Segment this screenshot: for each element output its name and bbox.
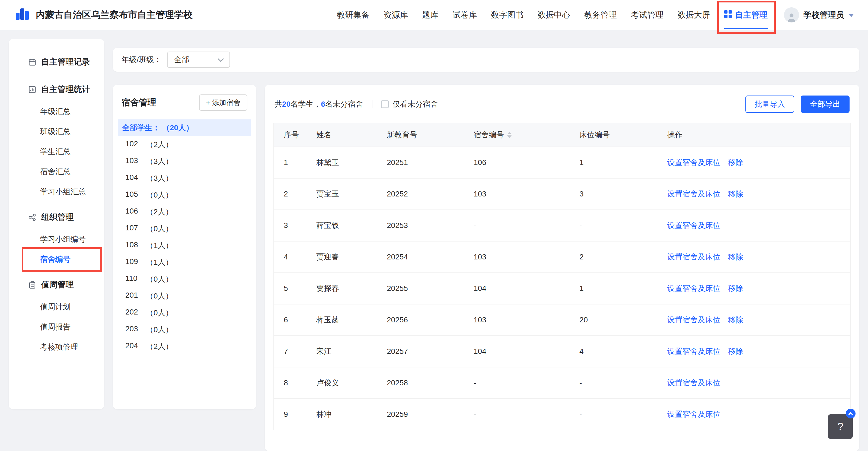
remove-link[interactable]: 移除 [728,157,743,168]
top-nav-item-label: 数字图书 [491,9,524,21]
top-nav-item[interactable]: 题库 [422,9,438,21]
column-header: 序号 [284,130,316,140]
dorm-list-item[interactable]: 104（3人） [118,170,251,187]
top-nav-item[interactable]: 资源库 [383,9,408,21]
top-nav-item[interactable]: 教务管理 [584,9,617,21]
set-dorm-bed-link[interactable]: 设置宿舍及床位 [667,378,720,388]
top-nav-item[interactable]: 考试管理 [631,9,663,21]
dorm-list-item[interactable]: 204（2人） [118,338,251,355]
sidebar-item[interactable]: 自主管理记录 [9,50,104,74]
remove-link[interactable]: 移除 [728,252,743,262]
set-dorm-bed-link[interactable]: 设置宿舍及床位 [667,189,720,199]
sidebar-item[interactable]: 自主管理统计 [9,77,104,101]
top-nav-item[interactable]: 试卷库 [453,9,477,21]
help-label: ? [837,421,843,433]
sidebar-subitem[interactable]: 宿舍编号 [9,249,104,269]
remove-link[interactable]: 移除 [728,283,743,294]
sidebar-subitem[interactable]: 年级汇总 [9,101,104,122]
sidebar-subitem[interactable]: 学习小组编号 [9,229,104,249]
cell-edu-no: 20254 [387,253,474,261]
set-dorm-bed-link[interactable]: 设置宿舍及床位 [667,315,720,325]
sidebar-subitem[interactable]: 考核项管理 [9,337,104,357]
top-nav-item-label: 资源库 [383,9,408,21]
cell-bed: 1 [579,284,667,293]
sidebar-subitem[interactable]: 学习小组汇总 [9,182,104,202]
cell-dorm: 104 [474,347,579,356]
set-dorm-bed-link[interactable]: 设置宿舍及床位 [667,157,720,168]
dorm-list-item[interactable]: 106（2人） [118,204,251,220]
sidebar-subitem[interactable]: 班级汇总 [9,122,104,142]
top-nav-item-label: 教研集备 [337,9,369,21]
dorm-count: （1人） [146,240,173,251]
cell-bed: 2 [579,253,667,261]
unassigned-only-checkbox[interactable]: 仅看未分宿舍 [381,99,438,109]
grade-class-select[interactable]: 全部 [167,52,230,68]
sidebar-subitem[interactable]: 学生汇总 [9,142,104,162]
brand: 内蒙古自治区乌兰察布市自主管理学校 [14,6,193,24]
top-nav-item[interactable]: 数据中心 [538,9,570,21]
cell-name: 卢俊义 [316,378,387,388]
grid-icon [724,10,732,20]
summary-unassigned-count: 6 [321,100,325,108]
back-to-top-button[interactable] [846,409,856,418]
sidebar-subitem-label: 宿舍汇总 [40,168,70,176]
set-dorm-bed-link[interactable]: 设置宿舍及床位 [667,283,720,294]
dorm-panel-header: 宿舍管理 + 添加宿舍 [113,94,256,119]
dorm-all-count: （20人） [162,123,193,133]
table-row: 9林冲20259--设置宿舍及床位 [274,399,850,430]
sidebar-subitem-label: 学习小组编号 [40,235,86,243]
sidebar-subitem[interactable]: 值周计划 [9,297,104,317]
dorm-list-item[interactable]: 103（3人） [118,153,251,170]
top-nav-item[interactable]: 教研集备 [337,9,369,21]
dorm-all-students-item[interactable]: 全部学生：（20人） [118,119,251,136]
dorm-list-item[interactable]: 108（1人） [118,237,251,254]
top-nav-item[interactable]: 数字图书 [491,9,524,21]
remove-link[interactable]: 移除 [728,346,743,357]
sidebar-subitem-label: 宿舍编号 [40,255,70,264]
students-summary: 共20名学生，6名未分宿舍 [275,99,363,109]
add-dorm-button[interactable]: + 添加宿舍 [199,94,247,111]
set-dorm-bed-link[interactable]: 设置宿舍及床位 [667,346,720,357]
content: 自主管理记录自主管理统计年级汇总班级汇总学生汇总宿舍汇总学习小组汇总组织管理学习… [0,30,868,451]
top-nav-item[interactable]: 自主管理 [724,9,768,21]
dorm-list-item[interactable]: 202（0人） [118,304,251,321]
summary-total-count: 20 [282,100,290,108]
sidebar-subitem[interactable]: 值周报告 [9,317,104,337]
school-logo-icon [14,6,30,24]
sidebar-item[interactable]: 组织管理 [9,205,104,229]
sidebar-item[interactable]: 值周管理 [9,273,104,297]
help-widget[interactable]: ? [828,414,853,439]
dorm-code: 107 [125,223,146,234]
dorm-count: （3人） [146,173,173,183]
remove-link[interactable]: 移除 [728,189,743,199]
dorm-list-item[interactable]: 109（1人） [118,254,251,271]
set-dorm-bed-link[interactable]: 设置宿舍及床位 [667,220,720,231]
dorm-list: 全部学生：（20人）102（2人）103（3人）104（3人）105（0人）10… [113,119,256,355]
batch-import-button[interactable]: 批量导入 [745,95,794,113]
column-header-label: 操作 [667,130,682,140]
dorm-list-item[interactable]: 201（0人） [118,288,251,304]
dorm-list-item[interactable]: 203（0人） [118,321,251,338]
cell-edu-no: 20252 [387,190,474,198]
cell-edu-no: 20256 [387,315,474,324]
dorm-list-item[interactable]: 102（2人） [118,136,251,153]
sort-icon[interactable] [507,131,512,138]
set-dorm-bed-link[interactable]: 设置宿舍及床位 [667,252,720,262]
remove-link[interactable]: 移除 [728,315,743,325]
cell-actions: 设置宿舍及床位移除 [667,346,840,357]
set-dorm-bed-link[interactable]: 设置宿舍及床位 [667,409,720,420]
avatar [784,7,799,23]
export-all-button[interactable]: 全部导出 [801,95,849,113]
dorm-list-item[interactable]: 110（0人） [118,271,251,288]
checkbox-label: 仅看未分宿舍 [393,99,438,109]
column-header-label: 序号 [284,130,299,140]
dorm-code: 104 [125,173,146,183]
user-menu[interactable]: 学校管理员 [784,7,854,23]
top-nav-item[interactable]: 数据大屏 [678,9,710,21]
dorm-list-item[interactable]: 105（0人） [118,187,251,204]
sidebar-subitem[interactable]: 宿舍汇总 [9,162,104,182]
table-header-row: 序号姓名新教育号宿舍编号床位编号操作 [274,123,850,147]
stats-icon [28,86,36,94]
dorm-list-item[interactable]: 107（0人） [118,220,251,237]
grade-class-filter-label: 年级/班级： [122,55,162,65]
